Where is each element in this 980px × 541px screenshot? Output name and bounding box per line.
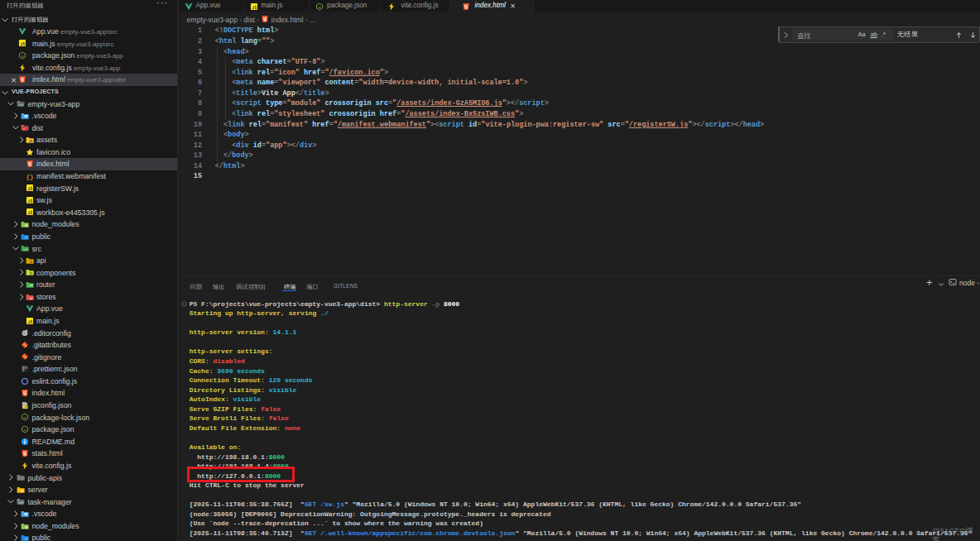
svg-text:js: js [318,4,322,8]
svg-text:js: js [22,415,26,419]
svg-text:{}: {} [26,173,34,180]
svg-text:</>: </> [23,247,28,251]
svg-text:js: js [20,54,24,58]
svg-text:js: js [22,428,26,432]
